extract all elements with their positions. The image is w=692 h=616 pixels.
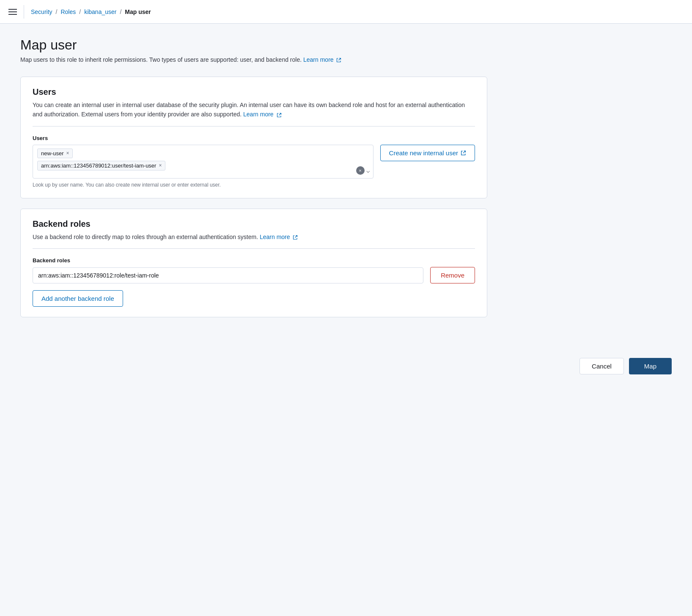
backend-roles-description: Use a backend role to directly map to ro… bbox=[33, 232, 475, 242]
tag-new-user-label: new-user bbox=[41, 150, 63, 157]
breadcrumb-role-name[interactable]: kibana_user bbox=[84, 8, 116, 15]
external-link-icon bbox=[336, 58, 341, 63]
users-combobox[interactable]: new-user × arn:aws:iam::123456789012:use… bbox=[33, 145, 373, 179]
top-nav: Security / Roles / kibana_user / Map use… bbox=[0, 0, 692, 24]
users-section-card: Users You can create an internal user in… bbox=[20, 77, 487, 198]
breadcrumb-security[interactable]: Security bbox=[31, 8, 52, 15]
tag-new-user: new-user × bbox=[37, 148, 73, 158]
backend-roles-title: Backend roles bbox=[33, 219, 475, 229]
users-tag-row-2: arn:aws:iam::123456789012:user/test-iam-… bbox=[37, 161, 369, 170]
main-content: Map user Map users to this role to inher… bbox=[0, 24, 508, 341]
combobox-controls: × ⌵ bbox=[356, 166, 370, 175]
create-user-btn-label: Create new internal user bbox=[389, 149, 458, 157]
backend-role-input[interactable] bbox=[33, 267, 423, 283]
menu-icon[interactable] bbox=[8, 9, 17, 15]
tag-new-user-remove[interactable]: × bbox=[66, 151, 69, 156]
breadcrumb-current: Map user bbox=[125, 8, 151, 15]
page-title: Map user bbox=[20, 37, 487, 53]
add-backend-role-button[interactable]: Add another backend role bbox=[33, 290, 123, 307]
combobox-clear-button[interactable]: × bbox=[356, 166, 365, 175]
users-learn-more-link[interactable]: Learn more bbox=[243, 111, 281, 118]
backend-field-row: Remove bbox=[33, 267, 475, 283]
users-external-link-icon bbox=[277, 113, 282, 118]
breadcrumb-sep-2: / bbox=[79, 8, 81, 15]
backend-roles-divider bbox=[33, 248, 475, 249]
page-description: Map users to this role to inherit role p… bbox=[20, 56, 487, 63]
remove-backend-role-button[interactable]: Remove bbox=[430, 267, 475, 283]
users-field-label: Users bbox=[33, 135, 475, 141]
users-tag-row: new-user × bbox=[37, 148, 369, 158]
create-internal-user-button[interactable]: Create new internal user bbox=[380, 145, 475, 161]
users-divider bbox=[33, 126, 475, 126]
breadcrumb-sep-3: / bbox=[120, 8, 121, 15]
backend-roles-field-label: Backend roles bbox=[33, 257, 475, 264]
create-user-external-icon bbox=[461, 150, 466, 156]
users-section-title: Users bbox=[33, 87, 475, 97]
backend-external-link-icon bbox=[293, 235, 298, 240]
cancel-button[interactable]: Cancel bbox=[579, 358, 624, 374]
breadcrumb-sep-1: / bbox=[56, 8, 58, 15]
backend-roles-section-card: Backend roles Use a backend role to dire… bbox=[20, 209, 487, 317]
map-button[interactable]: Map bbox=[629, 358, 672, 374]
tag-iam-user-label: arn:aws:iam::123456789012:user/test-iam-… bbox=[41, 162, 156, 169]
add-backend-role-label: Add another backend role bbox=[41, 295, 114, 302]
breadcrumb: Security / Roles / kibana_user / Map use… bbox=[31, 8, 151, 15]
page-learn-more-link[interactable]: Learn more bbox=[303, 56, 341, 63]
combobox-dropdown-button[interactable]: ⌵ bbox=[366, 167, 370, 174]
breadcrumb-roles[interactable]: Roles bbox=[60, 8, 76, 15]
tag-iam-user: arn:aws:iam::123456789012:user/test-iam-… bbox=[37, 161, 165, 170]
users-row: new-user × arn:aws:iam::123456789012:use… bbox=[33, 145, 475, 179]
combobox-hint: Look up by user name. You can also creat… bbox=[33, 182, 475, 188]
users-section-description: You can create an internal user in inter… bbox=[33, 100, 475, 119]
footer-actions: Cancel Map bbox=[0, 348, 692, 385]
tag-iam-user-remove[interactable]: × bbox=[159, 163, 162, 168]
backend-learn-more-link[interactable]: Learn more bbox=[260, 234, 298, 240]
nav-divider bbox=[24, 5, 24, 19]
